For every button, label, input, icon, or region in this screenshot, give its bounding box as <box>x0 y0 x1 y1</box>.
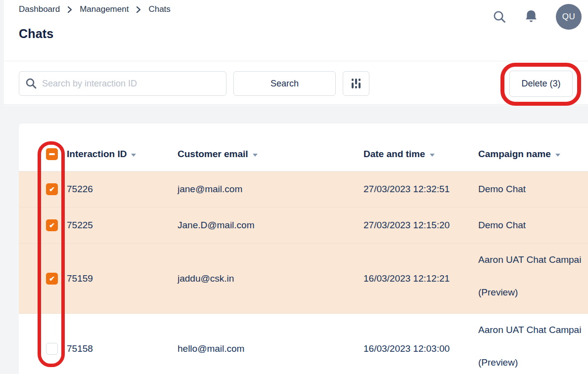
breadcrumb: Dashboard Management Chats <box>19 4 171 14</box>
cell-interaction-id: 75226 <box>67 184 93 195</box>
breadcrumb-dashboard[interactable]: Dashboard <box>19 4 60 14</box>
page-header: Dashboard Management Chats Chats QU <box>0 0 588 61</box>
column-header-label: Date and time <box>363 149 425 160</box>
table-row[interactable]: 75225 Jane.D@mail.com 27/03/2023 12:15:2… <box>19 208 588 244</box>
column-header-interaction-id[interactable]: Interaction ID <box>67 148 136 160</box>
cell-interaction-id: 75225 <box>67 220 93 231</box>
column-header-label: Interaction ID <box>67 149 127 160</box>
table-row[interactable]: 75226 jane@mail.com 27/03/2023 12:32:51 … <box>19 171 588 208</box>
table-row[interactable]: 75158 hello@mail.com 16/03/2023 12:03:00… <box>19 314 588 374</box>
cell-datetime: 16/03/2023 12:03:00 <box>363 343 450 354</box>
chats-table-card: Interaction ID Customer email Date and t… <box>19 124 588 374</box>
search-button[interactable]: Search <box>233 71 336 96</box>
cell-customer-email: jane@mail.com <box>178 184 242 195</box>
row-checkbox[interactable] <box>46 273 58 285</box>
caret-down-icon <box>131 154 136 157</box>
avatar[interactable]: QU <box>556 4 582 30</box>
caret-down-icon <box>253 154 258 157</box>
breadcrumb-management[interactable]: Management <box>80 4 129 14</box>
left-gutter <box>0 0 4 374</box>
delete-button[interactable]: Delete (3) <box>509 71 573 97</box>
search-icon[interactable] <box>493 10 506 24</box>
table-row[interactable]: 75159 jaddu@csk.in 16/03/2023 12:12:21 A… <box>19 244 588 314</box>
cell-customer-email: jaddu@csk.in <box>178 273 234 284</box>
breadcrumb-chats[interactable]: Chats <box>148 4 170 14</box>
column-header-label: Campaign name <box>478 149 551 160</box>
cell-interaction-id: 75158 <box>67 343 93 354</box>
caret-down-icon <box>555 154 560 157</box>
cell-datetime: 27/03/2023 12:32:51 <box>363 184 450 195</box>
chevron-right-icon <box>136 6 141 13</box>
row-checkbox[interactable] <box>46 219 58 231</box>
filter-button[interactable] <box>343 71 369 96</box>
cell-campaign: Aaron UAT Chat Campai(Preview) <box>478 254 581 298</box>
select-all-checkbox[interactable] <box>46 148 58 160</box>
search-input[interactable] <box>42 79 220 89</box>
page-title: Chats <box>19 27 53 41</box>
row-checkbox[interactable] <box>46 343 58 355</box>
column-header-date-and-time[interactable]: Date and time <box>363 148 435 160</box>
search-icon <box>25 78 37 89</box>
row-checkbox[interactable] <box>46 183 58 195</box>
cell-datetime: 27/03/2023 12:15:20 <box>363 220 450 231</box>
cell-interaction-id: 75159 <box>67 273 93 284</box>
caret-down-icon <box>430 154 435 157</box>
table-body: 75226 jane@mail.com 27/03/2023 12:32:51 … <box>19 171 588 374</box>
cell-datetime: 16/03/2023 12:12:21 <box>363 273 450 284</box>
content-area: Interaction ID Customer email Date and t… <box>0 105 588 374</box>
cell-campaign: Demo Chat <box>478 220 526 231</box>
table-header-row: Interaction ID Customer email Date and t… <box>19 124 588 171</box>
chevron-right-icon <box>67 6 72 13</box>
column-header-customer-email[interactable]: Customer email <box>178 148 258 160</box>
search-box <box>19 71 226 96</box>
cell-customer-email: Jane.D@mail.com <box>178 220 255 231</box>
bell-icon[interactable] <box>525 9 538 24</box>
toolbar: Search Delete (3) <box>0 62 588 105</box>
cell-campaign: Demo Chat <box>478 184 526 195</box>
column-header-campaign-name[interactable]: Campaign name <box>478 148 560 160</box>
sliders-icon <box>351 78 362 89</box>
cell-campaign: Aaron UAT Chat Campai(Preview) <box>478 325 581 368</box>
cell-customer-email: hello@mail.com <box>178 343 244 354</box>
column-header-label: Customer email <box>178 149 248 160</box>
